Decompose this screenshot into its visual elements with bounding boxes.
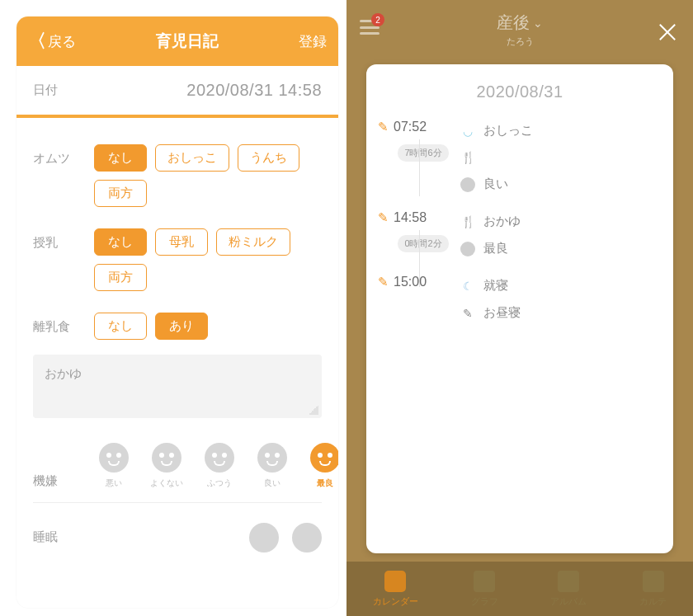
mood-option-label: ふつう [207,477,232,489]
sleep-field: 睡眠 [33,502,322,553]
time-text: 15:00 [394,275,427,289]
close-button[interactable] [657,21,678,43]
weaning-label: 離乳食 [33,313,94,335]
time-text: 07:52 [394,120,427,134]
note-value: おかゆ [45,366,82,380]
pencil-icon: ✎ [378,275,389,289]
option-chip[interactable]: 粉ミルク [216,228,290,256]
option-chip[interactable]: 両方 [94,264,147,291]
nursing-options: なし母乳粉ミルク両方 [94,228,322,291]
sleep-face-icon[interactable] [292,523,322,553]
meal-icon: 🍴 [460,150,475,165]
diaper-label: オムツ [33,144,94,167]
timeline-item[interactable]: ◡おしっこ [460,120,658,147]
sleep-options [249,523,322,553]
timeline-entry: ✎14:580時間2分🍴おかゆ最良 [378,205,658,270]
timeline-item-text: お昼寝 [483,305,521,321]
timeline-item[interactable]: 🍴おかゆ [460,210,658,237]
timeline-gap: 0時間2分 [386,235,460,252]
mood-option-label: 悪い [106,477,122,489]
karte-icon [643,571,664,592]
timeline-card: 2020/08/31 ✎07:527時間6分◡おしっこ🍴良い✎14:580時間2… [366,64,673,553]
mood-option-label: よくない [150,477,183,489]
top-bar: 2 産後⌄ たろう [346,0,693,59]
mood-option[interactable]: 良い [252,443,292,489]
diaper-icon: ◡ [460,124,475,139]
topbar-title-text: 産後 [497,12,530,34]
pencil-icon: ✎ [460,306,475,321]
option-chip[interactable]: おしっこ [155,144,229,172]
mood-option[interactable]: 悪い [94,443,134,489]
timeline-item-text: 就寝 [483,278,508,294]
tab-label: グラフ [471,595,498,608]
notification-badge[interactable]: 2 [371,13,384,26]
timeline-time[interactable]: ✎14:58 [378,210,460,225]
mood-option[interactable]: ふつう [200,443,239,489]
chevron-left-icon: 〈 [28,32,46,50]
nursing-label: 授乳 [33,228,94,251]
option-chip[interactable]: あり [155,313,208,340]
timeline-item-text: 最良 [483,241,508,256]
mood-option-label: 良い [264,477,280,489]
timeline-time[interactable]: ✎15:00 [378,275,460,289]
mood-option[interactable]: よくない [147,443,186,489]
timeline: ✎07:527時間6分◡おしっこ🍴良い✎14:580時間2分🍴おかゆ最良✎15:… [366,115,673,334]
diaper-field: オムツ なしおしっこうんち両方 [33,126,322,210]
back-label: 戻る [48,32,76,51]
option-chip[interactable]: 両方 [94,180,147,207]
option-chip[interactable]: なし [94,228,147,256]
mood-face-icon [99,443,129,473]
calendar-icon [384,571,406,592]
timeline-item[interactable]: 良い [460,173,658,200]
timeline-item-text: おしっこ [483,123,533,139]
timeline-time[interactable]: ✎07:52 [378,120,460,134]
form-card: 〈 戻る 育児日記 登録 日付 2020/08/31 14:58 オムツ なしお… [16,16,338,608]
diaper-options: なしおしっこうんち両方 [94,144,322,207]
option-chip[interactable]: 母乳 [155,228,208,256]
meal-icon: 🍴 [460,214,475,229]
weaning-options: なしあり [94,313,208,340]
topbar-title[interactable]: 産後⌄ たろう [497,12,543,48]
nursing-field: 授乳 なし母乳粉ミルク両方 [33,210,322,294]
time-text: 14:58 [394,210,427,225]
back-button[interactable]: 〈 戻る [28,32,76,51]
mood-field: 機嫌 悪いよくないふつう良い最良 [33,418,322,496]
timeline-connector [419,139,420,196]
tab-album[interactable]: アルバム [550,571,587,608]
sleep-face-icon[interactable] [249,523,279,553]
option-chip[interactable]: なし [94,144,147,172]
option-chip[interactable]: うんち [238,144,299,172]
diary-form-screen: 〈 戻る 育児日記 登録 日付 2020/08/31 14:58 オムツ なしお… [0,0,346,616]
timeline-modal-screen: 2 産後⌄ たろう 2020/08/31 ✎07:527時間6分◡おしっこ🍴良い… [346,0,693,616]
timeline-entry: ✎07:527時間6分◡おしっこ🍴良い [378,115,658,205]
note-textarea[interactable]: おかゆ [33,355,322,418]
topbar-subtitle: たろう [497,35,543,48]
option-chip[interactable]: なし [94,313,147,340]
timeline-item[interactable]: ✎お昼寝 [460,302,658,329]
mood-face-icon [152,443,182,473]
timeline-item-text: 良い [483,176,508,192]
tab-karte[interactable]: カルテ [639,571,667,608]
date-field[interactable]: 日付 2020/08/31 14:58 [16,66,338,118]
timeline-item[interactable]: 🍴 [460,147,658,173]
register-button[interactable]: 登録 [299,32,327,51]
mood-label: 機嫌 [33,462,94,489]
mood-face-icon [257,443,287,473]
mood-face-icon [205,443,234,473]
date-value: 2020/08/31 14:58 [186,81,322,100]
mood-option[interactable]: 最良 [305,443,338,489]
timeline-item[interactable]: 最良 [460,237,658,265]
card-date: 2020/08/31 [366,64,673,115]
gap-pill: 0時間2分 [398,235,448,252]
timeline-entry: ✎15:00☾就寝✎お昼寝 [378,270,658,334]
mood-face-icon [310,443,338,473]
timeline-item[interactable]: ☾就寝 [460,275,658,302]
sleep-icon: ☾ [460,279,475,294]
tab-graph[interactable]: グラフ [471,571,498,608]
tab-bar: カレンダーグラフアルバムカルテ [346,562,693,616]
graph-icon [474,571,495,592]
date-label: 日付 [33,82,58,98]
tab-label: アルバム [550,595,587,608]
chevron-down-icon: ⌄ [533,16,543,30]
tab-calendar[interactable]: カレンダー [373,571,418,608]
